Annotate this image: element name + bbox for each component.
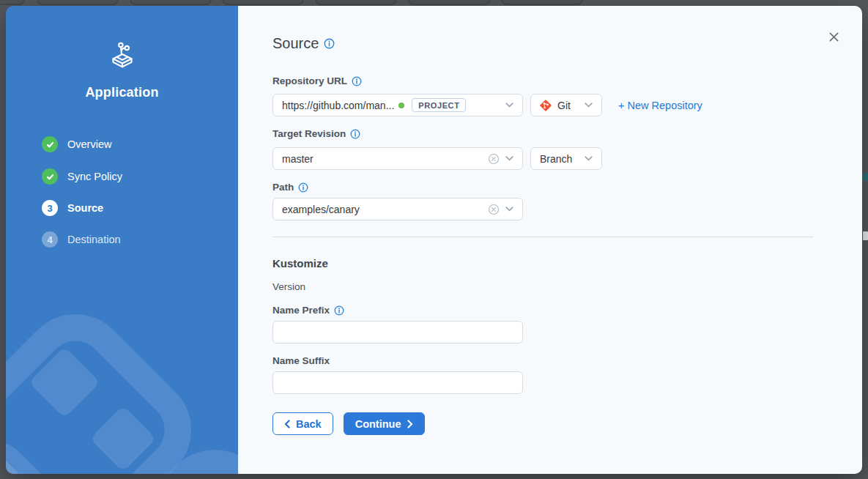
check-icon bbox=[42, 168, 58, 185]
wizard-actions: Back Continue bbox=[272, 412, 425, 435]
name-suffix-input[interactable] bbox=[272, 371, 523, 394]
info-icon[interactable] bbox=[334, 305, 344, 316]
background-tab bbox=[37, 0, 119, 5]
path-value: examples/canary bbox=[282, 204, 360, 215]
background-tab bbox=[222, 0, 304, 5]
name-prefix-label: Name Prefix bbox=[272, 305, 344, 316]
check-icon bbox=[42, 136, 58, 152]
version-label: Version bbox=[272, 281, 305, 292]
name-suffix-label: Name Suffix bbox=[272, 355, 330, 366]
step-source[interactable]: 3 Source bbox=[42, 200, 218, 216]
section-divider bbox=[272, 237, 813, 237]
chevron-down-icon bbox=[585, 103, 593, 108]
target-revision-input[interactable]: master bbox=[272, 147, 523, 170]
repository-url-label: Repository URL bbox=[272, 75, 362, 86]
chevron-down-icon bbox=[505, 103, 513, 108]
chevron-down-icon bbox=[505, 156, 513, 161]
step-number-badge: 4 bbox=[42, 231, 58, 248]
info-icon[interactable] bbox=[350, 129, 360, 139]
background-tab bbox=[0, 0, 25, 5]
step-sync-policy[interactable]: Sync Policy bbox=[42, 168, 218, 185]
background-tab bbox=[501, 0, 583, 5]
application-wizard-modal: Application Overview Sync Policy 3 Sourc… bbox=[6, 6, 862, 474]
info-icon[interactable] bbox=[324, 38, 335, 49]
clear-icon[interactable] bbox=[488, 204, 500, 215]
background-fragment bbox=[863, 173, 868, 181]
step-label: Destination bbox=[67, 234, 121, 245]
step-number-badge: 3 bbox=[42, 200, 58, 216]
background-tab bbox=[408, 0, 490, 5]
page-title-text: Source bbox=[272, 35, 319, 52]
info-icon[interactable] bbox=[352, 76, 362, 86]
clear-icon[interactable] bbox=[488, 153, 500, 165]
step-overview[interactable]: Overview bbox=[42, 136, 218, 152]
name-prefix-input[interactable] bbox=[272, 321, 523, 344]
background-tab bbox=[315, 0, 397, 5]
brand-watermark bbox=[6, 240, 238, 474]
repository-url-select[interactable]: https://github.com/man... PROJECT bbox=[272, 94, 523, 116]
step-label: Source bbox=[67, 202, 103, 214]
info-icon[interactable] bbox=[298, 182, 308, 193]
repository-url-value: https://github.com/man... bbox=[282, 100, 394, 111]
revision-type-select[interactable]: Branch bbox=[530, 147, 602, 170]
chevron-left-icon bbox=[284, 420, 290, 428]
project-badge: PROJECT bbox=[412, 98, 466, 112]
wizard-title: Application bbox=[6, 85, 238, 100]
continue-button[interactable]: Continue bbox=[344, 412, 425, 435]
chevron-right-icon bbox=[407, 420, 413, 428]
path-label: Path bbox=[272, 182, 308, 193]
step-label: Overview bbox=[67, 138, 111, 150]
page-title: Source bbox=[272, 35, 335, 52]
step-label: Sync Policy bbox=[67, 171, 122, 182]
application-box-icon bbox=[6, 40, 238, 70]
repo-type-value: Git bbox=[557, 100, 571, 111]
chevron-down-icon bbox=[505, 207, 513, 212]
repo-type-select[interactable]: Git bbox=[530, 94, 602, 116]
connection-status-dot bbox=[398, 103, 404, 108]
new-repository-link[interactable]: + New Repository bbox=[618, 100, 702, 111]
git-icon bbox=[540, 100, 552, 111]
wizard-sidebar: Application Overview Sync Policy 3 Sourc… bbox=[6, 6, 238, 474]
background-fragment bbox=[863, 231, 868, 240]
back-button[interactable]: Back bbox=[272, 412, 333, 435]
close-icon[interactable] bbox=[826, 29, 842, 45]
target-revision-value: master bbox=[282, 153, 314, 165]
source-form-panel: Source Repository URL https://github.com… bbox=[238, 6, 862, 474]
kustomize-heading: Kustomize bbox=[272, 257, 328, 270]
background-tab bbox=[130, 0, 212, 5]
revision-type-value: Branch bbox=[540, 153, 572, 165]
chevron-down-icon bbox=[585, 156, 593, 161]
path-input[interactable]: examples/canary bbox=[272, 198, 523, 220]
step-destination[interactable]: 4 Destination bbox=[42, 231, 218, 248]
target-revision-label: Target Revision bbox=[272, 128, 360, 139]
